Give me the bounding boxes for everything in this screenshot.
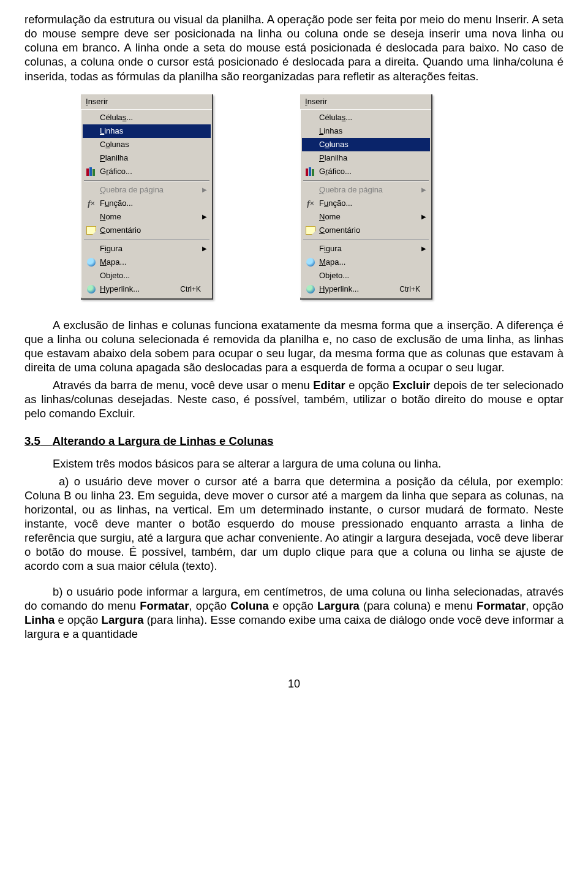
menu-item-label: Hyperlink...: [319, 284, 393, 293]
submenu-arrow-icon: ▶: [201, 186, 207, 193]
menu-separator: [303, 180, 429, 181]
blank-icon: [85, 212, 97, 222]
menu-item-label: Mapa...: [100, 257, 201, 267]
text: (para coluna) e menu: [360, 599, 477, 612]
menu-item[interactable]: f×Função...: [302, 197, 430, 210]
blank-icon: [304, 113, 317, 123]
menu-item-shortcut: Ctrl+K: [399, 285, 420, 293]
menu-item-label: Hyperlink...: [100, 284, 174, 293]
globe-link-icon: [304, 284, 317, 294]
menu-item-label: Figura: [100, 244, 201, 253]
paragraph-intro: reformulação da estrutura ou visual da p…: [24, 12, 564, 83]
menu-body: Células...LinhasColunasPlanilhaGráfico..…: [81, 109, 212, 297]
menu-item-label: Quebra de página: [319, 185, 420, 194]
menu-body: Células...LinhasColunasPlanilhaGráfico..…: [300, 109, 431, 297]
menu-item: Quebra de página▶: [83, 183, 211, 197]
menu-item[interactable]: Objeto...: [302, 269, 430, 282]
bold: Linha: [24, 613, 55, 626]
menu-item-label: Gráfico...: [319, 167, 420, 176]
menu-item[interactable]: Hyperlink...Ctrl+K: [83, 282, 211, 296]
menu-item[interactable]: Células...: [302, 111, 430, 124]
blank-icon: [304, 153, 317, 163]
bold: Formatar: [140, 599, 189, 612]
bold: Largura: [102, 613, 144, 626]
menu-item[interactable]: Nome▶: [83, 210, 211, 224]
menu-title[interactable]: Inserir: [300, 94, 431, 109]
menu-item-label: Planilha: [100, 153, 201, 162]
paragraph-item-b: b) o usuário pode informar a largura, em…: [24, 585, 564, 642]
menu-item-label: Gráfico...: [100, 167, 201, 176]
blank-icon: [85, 113, 97, 123]
menu-item[interactable]: Objeto...: [83, 269, 211, 282]
menu-title[interactable]: Inserir: [81, 94, 212, 109]
paragraph-item-a: a) o usuário deve mover o cursor até a b…: [24, 474, 564, 574]
menu-item[interactable]: Comentário: [302, 224, 430, 237]
menu-item[interactable]: Figura▶: [302, 242, 430, 256]
text: e opção: [55, 613, 101, 626]
function-icon: f×: [85, 199, 97, 208]
text: Através da barra de menu, você deve usar…: [53, 379, 313, 392]
menu-item[interactable]: Linhas: [83, 124, 211, 138]
menu-item[interactable]: Colunas: [302, 138, 430, 151]
menu-item-label: Linhas: [100, 126, 201, 135]
menu-item[interactable]: Planilha: [83, 151, 211, 165]
submenu-arrow-icon: ▶: [201, 213, 207, 220]
menu-item-label: Mapa...: [319, 257, 420, 267]
menu-item[interactable]: Gráfico...: [302, 165, 430, 178]
blank-icon: [85, 185, 97, 195]
menu-separator: [84, 180, 209, 181]
section-heading: 3.5 Alterando a Largura de Linhas e Colu…: [24, 434, 564, 448]
heading-text: Alterando a Largura de Linhas e Colunas: [53, 434, 274, 447]
menu-item[interactable]: Hyperlink...Ctrl+K: [302, 282, 430, 296]
page-number: 10: [24, 678, 564, 691]
text: e opção: [269, 599, 317, 612]
blank-icon: [85, 153, 97, 163]
menu-item-label: Comentário: [100, 225, 201, 235]
menu-item[interactable]: Gráfico...: [83, 165, 211, 178]
menu-item[interactable]: Mapa...: [302, 256, 430, 269]
menu-item[interactable]: Comentário: [83, 224, 211, 237]
menu-item-label: Colunas: [319, 140, 420, 149]
paragraph-menu-editar: Através da barra de menu, você deve usar…: [24, 378, 564, 420]
globe-icon: [304, 257, 317, 267]
menu-item-label: Colunas: [100, 140, 201, 149]
menu-item[interactable]: f×Função...: [83, 197, 211, 210]
menu-item-label: Células...: [319, 113, 420, 122]
blank-icon: [304, 140, 317, 150]
menu-item-label: Células...: [100, 113, 201, 122]
page: reformulação da estrutura ou visual da p…: [0, 0, 588, 715]
blank-icon: [304, 126, 317, 136]
menu-item[interactable]: Linhas: [302, 124, 430, 138]
blank-icon: [85, 271, 97, 281]
submenu-arrow-icon: ▶: [420, 186, 426, 193]
menu-item[interactable]: Figura▶: [83, 242, 211, 256]
menu-inserir-left: InserirCélulas...LinhasColunasPlanilhaGr…: [81, 94, 213, 300]
books-icon: [304, 167, 317, 176]
function-icon: f×: [304, 199, 317, 208]
menu-item-label: Linhas: [319, 126, 420, 135]
blank-icon: [304, 244, 317, 254]
menu-item[interactable]: Células...: [83, 111, 211, 124]
menu-item-label: Figura: [319, 244, 420, 253]
menus-row: InserirCélulas...LinhasColunasPlanilhaGr…: [81, 94, 564, 300]
text: e opção: [345, 379, 393, 392]
menu-item-label: Objeto...: [319, 271, 420, 280]
blank-icon: [85, 126, 97, 136]
menu-item[interactable]: Mapa...: [83, 256, 211, 269]
globe-link-icon: [85, 284, 97, 294]
submenu-arrow-icon: ▶: [420, 245, 426, 252]
menu-item[interactable]: Nome▶: [302, 210, 430, 224]
menu-item-label: Planilha: [319, 153, 420, 162]
menu-separator: [84, 239, 209, 240]
note-icon: [85, 225, 97, 235]
menu-separator: [303, 239, 429, 240]
menu-item: Quebra de página▶: [302, 183, 430, 197]
bold-editar: Editar: [313, 379, 345, 392]
menu-item[interactable]: Colunas: [83, 138, 211, 151]
menu-inserir-right: InserirCélulas...LinhasColunasPlanilhaGr…: [300, 94, 432, 300]
submenu-arrow-icon: ▶: [201, 245, 207, 252]
menu-item[interactable]: Planilha: [302, 151, 430, 165]
bold: Formatar: [477, 599, 526, 612]
note-icon: [304, 225, 317, 235]
blank-icon: [85, 140, 97, 150]
